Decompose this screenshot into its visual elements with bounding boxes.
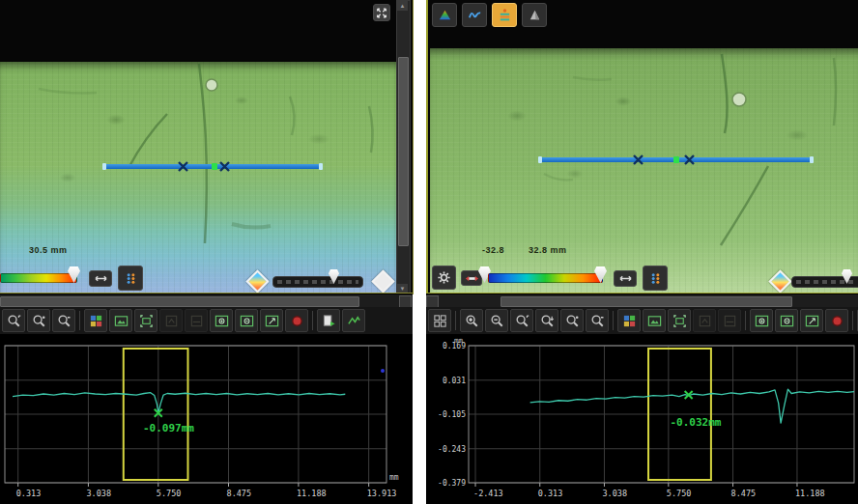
svg-text:13.913: 13.913 — [367, 489, 397, 498]
tile-view-button[interactable] — [428, 309, 451, 332]
height-map-button[interactable] — [432, 3, 457, 27]
profile-wave-button[interactable] — [462, 3, 487, 27]
right-profile-chart[interactable]: -2.4130.3133.0385.7508.47511.1880.1690.0… — [426, 334, 858, 504]
toolbar-separator — [852, 311, 853, 330]
svg-text:-0.105: -0.105 — [438, 410, 466, 419]
region-reset-button[interactable] — [800, 309, 823, 332]
region-zoom-in-button[interactable] — [750, 309, 773, 332]
scroll-up-icon[interactable]: ▲ — [397, 1, 408, 11]
svg-text:-0.243: -0.243 — [438, 445, 466, 454]
zoom-minus-button[interactable] — [586, 309, 609, 332]
record-button[interactable] — [825, 309, 848, 332]
svg-text:11.188: 11.188 — [297, 489, 327, 498]
zoom-out-button[interactable] — [485, 309, 508, 332]
left-vertical-scrollbar[interactable]: ▲ ▼ — [396, 0, 411, 294]
snapshot-button[interactable] — [643, 309, 666, 332]
svg-text:mm: mm — [389, 473, 399, 482]
left-image-toolbar — [0, 307, 413, 334]
region-zoom-out-button[interactable] — [235, 309, 258, 332]
svg-text:11.188: 11.188 — [795, 489, 825, 498]
region-zoom-in-button[interactable] — [210, 309, 233, 332]
svg-text:8.475: 8.475 — [731, 489, 757, 498]
palette-dots-button[interactable] — [118, 266, 143, 291]
left-profile-chart[interactable]: 0.3133.0385.7508.47511.18813.913mm-0.097… — [0, 334, 413, 504]
color-scale-bar[interactable] — [488, 273, 603, 283]
record-button[interactable] — [285, 309, 308, 332]
left-horizontal-scrollbar[interactable] — [0, 294, 413, 307]
region-reset-button[interactable] — [260, 309, 283, 332]
measure-b-button[interactable] — [718, 309, 741, 332]
gray-peak-button[interactable] — [522, 3, 547, 27]
range-arrows-button[interactable] — [89, 270, 112, 287]
line-marker-icon[interactable] — [633, 154, 644, 165]
right-surface-image-viewport[interactable]: -32.8 32.8 mm — [426, 0, 858, 294]
frame-slider[interactable] — [272, 276, 363, 288]
svg-text:0.313: 0.313 — [538, 489, 563, 498]
scrollbar-thumb[interactable] — [398, 57, 409, 246]
region-zoom-out-button[interactable] — [775, 309, 798, 332]
zoom-plus-button[interactable] — [27, 309, 50, 332]
line-endpoint-left[interactable] — [538, 156, 542, 163]
red-range-arrows-button[interactable] — [461, 270, 482, 286]
palette-grid-button[interactable] — [84, 309, 107, 332]
line-endpoint-left[interactable] — [102, 163, 106, 170]
line-marker-icon[interactable] — [684, 154, 695, 165]
svg-text:-0.097mm: -0.097mm — [143, 422, 194, 434]
zoom-minus-button[interactable] — [52, 309, 75, 332]
zoom-in-button[interactable] — [460, 309, 483, 332]
range-arrows-button[interactable] — [614, 270, 637, 287]
line-endpoint-right[interactable] — [810, 156, 814, 163]
scroll-down-icon[interactable]: ▼ — [397, 284, 408, 294]
svg-text:8.475: 8.475 — [227, 489, 252, 498]
svg-text:-0.379: -0.379 — [438, 479, 466, 488]
toolbar-separator — [312, 311, 313, 330]
dual-scan-comparison-window: 30.5 mm ▲ ▼ 0.3133.0385.7508.47511.18813… — [0, 0, 858, 504]
toolbar-separator — [613, 311, 614, 330]
line-center-point[interactable] — [212, 163, 217, 170]
toolbar-separator — [79, 311, 80, 330]
svg-text:5.750: 5.750 — [667, 489, 692, 498]
left-measure-line[interactable] — [104, 164, 321, 169]
expand-button[interactable] — [373, 4, 390, 21]
line-marker-icon[interactable] — [178, 161, 188, 172]
right-measure-line[interactable] — [540, 157, 812, 162]
svg-text:-2.413: -2.413 — [473, 489, 503, 498]
left-surface-image-viewport[interactable]: 30.5 mm ▲ ▼ — [0, 0, 414, 294]
snapshot-frame-button[interactable] — [668, 309, 691, 332]
right-horizontal-scrollbar[interactable] — [426, 294, 858, 307]
snapshot-frame-button[interactable] — [134, 309, 157, 332]
frame-slider-ticks — [277, 280, 358, 284]
zoom-plus-button[interactable] — [560, 309, 584, 332]
right-profile-chart-area: -2.4130.3133.0385.7508.47511.1880.1690.0… — [426, 334, 858, 504]
svg-text:3.038: 3.038 — [86, 489, 111, 498]
svg-text:0.031: 0.031 — [443, 377, 466, 385]
left-profile-chart-area: 0.3133.0385.7508.47511.18813.913mm-0.097… — [0, 334, 413, 504]
line-center-point[interactable] — [673, 156, 679, 163]
color-scale-bar[interactable] — [0, 273, 77, 283]
measure-a-button[interactable] — [159, 309, 183, 332]
svg-text:0.313: 0.313 — [16, 489, 42, 498]
toolbar-separator — [745, 311, 746, 330]
layer-stack-button[interactable] — [492, 3, 517, 27]
measure-b-button[interactable] — [185, 309, 208, 332]
export-report-button[interactable] — [317, 309, 340, 332]
right-viewer-panel: -32.8 32.8 mm -2.4130.3133.0385.7508.475… — [426, 0, 858, 504]
toolbar-separator — [455, 311, 456, 330]
right-surface-scan-image[interactable] — [430, 48, 858, 293]
left-surface-scan-image[interactable] — [0, 62, 397, 293]
line-endpoint-right[interactable] — [319, 163, 323, 170]
line-marker-icon[interactable] — [219, 161, 230, 172]
scrollbar-thumb[interactable] — [500, 296, 792, 307]
height-scale-max-label: 32.8 mm — [529, 245, 567, 255]
zoom-cursor-button[interactable] — [535, 309, 558, 332]
snapshot-button[interactable] — [109, 309, 132, 332]
settings-gear-button[interactable] — [432, 266, 456, 290]
scrollbar-thumb[interactable] — [0, 296, 359, 307]
measure-a-button[interactable] — [693, 309, 716, 332]
palette-dots-button[interactable] — [643, 266, 668, 291]
svg-text:-0.032mm: -0.032mm — [671, 416, 722, 429]
palette-grid-button[interactable] — [617, 309, 641, 332]
view-3d-button[interactable] — [342, 309, 365, 332]
zoom-fit-button[interactable] — [510, 309, 533, 332]
zoom-fit-button[interactable] — [2, 309, 25, 332]
